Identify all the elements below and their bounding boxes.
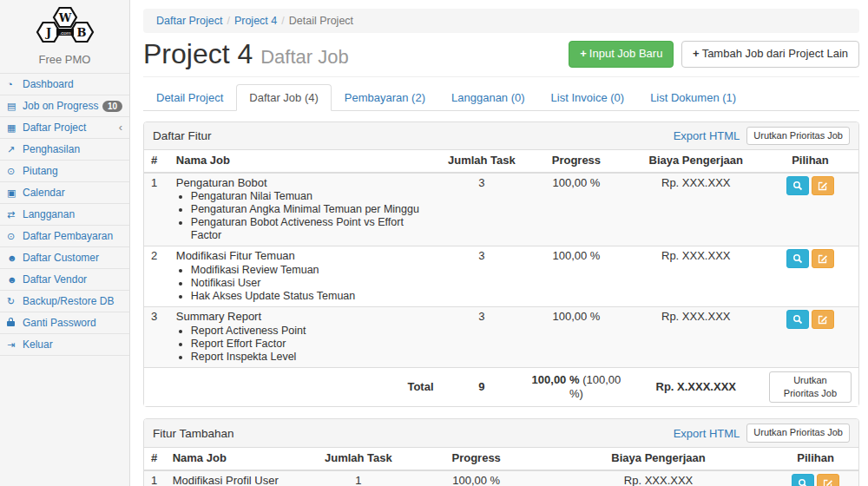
chevron-left-icon: ‹ [119,123,122,132]
total-tasks: 9 [441,367,523,406]
breadcrumb-separator: / [277,15,288,27]
urutkan-prioritas-job-button[interactable]: Urutkan Prioritas Job [746,127,850,145]
task-count: 1 [308,470,408,486]
table-row: 1 Modifikasi Profil User Tab F/U Temuan … [144,470,858,486]
plus-icon: + [580,47,587,60]
view-job-button[interactable] [786,310,809,329]
export-html-link[interactable]: Export HTML [674,427,740,440]
job-subtasks: Modifikasi Review Temuan Notifikasi User… [191,264,434,303]
list-icon: ▤ [7,101,23,112]
edit-job-button[interactable] [812,176,834,195]
urutkan-prioritas-job-button[interactable]: Urutkan Prioritas Job [746,424,850,442]
search-icon [792,253,803,264]
view-job-button[interactable] [792,474,814,486]
job-name: Modifikasi Fitur Temuan [176,249,434,263]
panel-daftar-fitur: Daftar Fitur Export HTML Urutkan Priorit… [143,122,859,408]
empty-cell [144,367,169,406]
total-cost: Rp. X.XXX.XXX [630,367,762,406]
tab-list-dokumen[interactable]: List Dokumen (1) [637,84,749,111]
sidebar-item-keluar[interactable]: ⇥ Keluar [0,334,129,356]
sidebar-item-label: Calendar [23,187,122,199]
brand-name: Free PMO [0,51,129,73]
cost-value: Rp. XXX.XXX [630,246,762,307]
cost-value: Rp. XXX.XXX [544,470,773,486]
page-header: Project 4 Daftar Job +Input Job Baru +Ta… [143,40,859,77]
breadcrumb-daftar-project[interactable]: Daftar Project [156,15,222,27]
col-biaya-pengerjaan: Biaya Pengerjaan [630,150,762,173]
sidebar-item-daftar-vendor[interactable]: ☻ Daftar Vendor [0,269,129,291]
export-html-link[interactable]: Export HTML [674,129,740,142]
edit-job-button[interactable] [812,249,834,268]
header-actions: +Input Job Baru +Tambah Job dari Project… [569,41,859,68]
search-icon [798,478,808,486]
col-nama-job: Nama Job [166,448,309,470]
job-subtask: Report Effort Factor [191,338,434,351]
sidebar-item-penghasilan[interactable]: ↗ Penghasilan [0,139,129,161]
sidebar-item-label: Langganan [23,208,122,220]
progress-value: 100,00 % [523,246,629,307]
row-actions [773,470,858,486]
progress-value: 100,00 % [523,173,629,246]
pencil-square-icon [818,181,828,191]
job-subtask: Pengaturan Angka Minimal Temuan per Ming… [191,203,434,216]
view-job-button[interactable] [786,249,809,268]
logo-letter-w: W [57,11,71,24]
tab-daftar-job[interactable]: Daftar Job (4) [236,84,331,111]
sidebar-item-calendar[interactable]: ▣ Calendar [0,182,129,204]
sidebar-item-daftar-customer[interactable]: ☻ Daftar Customer [0,247,129,269]
sidebar-item-daftar-pembayaran[interactable]: ⊙ Daftar Pembayaran [0,226,129,247]
job-subtask: Report Activeness Point [191,325,434,338]
breadcrumb-current: Detail Project [289,15,353,27]
tab-langganan[interactable]: Langganan (0) [438,84,538,111]
edit-job-button[interactable] [812,310,834,329]
breadcrumb-project-4[interactable]: Project 4 [234,15,277,27]
job-name: Pengaturan Bobot [176,176,434,190]
col-nama-job: Nama Job [169,150,441,173]
cost-value: Rp. XXX.XXX [630,173,762,246]
refresh-icon: ↻ [7,296,23,307]
job-subtask: Pengaturan Nilai Temuan [191,190,434,203]
row-number: 1 [144,173,169,246]
page-subtitle: Daftar Job [260,46,349,68]
view-job-button[interactable] [786,176,809,195]
sidebar-item-dashboard[interactable]: ◔ Dashboard [0,74,129,95]
sidebar-item-label: Daftar Vendor [23,273,122,286]
tab-list-invoice[interactable]: List Invoice (0) [538,84,638,111]
total-label: Total [169,367,441,406]
sidebar-item-label: Daftar Pembayaran [23,230,122,242]
row-number: 2 [144,246,169,307]
sidebar-item-daftar-project[interactable]: ▦ Daftar Project ‹ [0,117,129,139]
job-subtasks: Pengaturan Nilai Temuan Pengaturan Angka… [191,190,434,242]
table-total-row: Total 9 100,00 % (100,00 %) Rp. X.XXX.XX… [144,367,858,406]
sidebar-item-piutang[interactable]: ⊙ Piutang [0,161,129,182]
job-subtask: Pengaturan Bobot Activeness Point vs Eff… [191,216,434,242]
sidebar-item-job-on-progress[interactable]: ▤ Job on Progress 10 [0,95,129,117]
edit-job-button[interactable] [817,474,839,486]
tab-detail-project[interactable]: Detail Project [143,84,236,111]
row-actions [762,173,858,246]
panel-title: Fitur Tambahan [153,427,674,440]
total-progress-value: 100,00 % [532,373,580,386]
retweet-icon: ⇄ [7,209,23,220]
cost-value: Rp. XXX.XXX [630,307,762,368]
col-pilihan: Pilihan [773,448,858,470]
task-count: 3 [441,246,523,307]
pencil-square-icon [818,314,828,325]
sidebar-item-langganan[interactable]: ⇄ Langganan [0,204,129,226]
jwb-logo-icon: W J B .com [25,5,105,49]
job-subtask: Modifikasi Review Temuan [191,264,434,277]
breadcrumb: Daftar Project/Project 4/Detail Project [143,9,859,33]
col-progress: Progress [523,150,629,173]
urutkan-prioritas-job-button[interactable]: Urutkan Prioritas Job [769,371,852,404]
tambah-job-dari-project-lain-button[interactable]: +Tambah Job dari Project Lain [681,41,859,68]
sign-out-icon: ⇥ [7,339,23,351]
app-logo: W J B .com [0,0,129,51]
panel-heading: Fitur Tambahan Export HTML Urutkan Prior… [144,419,858,447]
tab-pembayaran[interactable]: Pembayaran (2) [332,84,438,111]
sidebar-item-label: Piutang [23,165,122,177]
col-jumlah-task: Jumlah Task [308,448,408,470]
panel-title: Daftar Fitur [153,129,674,142]
sidebar-item-ganti-password[interactable]: Ganti Password [0,312,129,334]
input-job-baru-button[interactable]: +Input Job Baru [569,41,674,68]
sidebar-item-backup-restore-db[interactable]: ↻ Backup/Restore DB [0,291,129,312]
